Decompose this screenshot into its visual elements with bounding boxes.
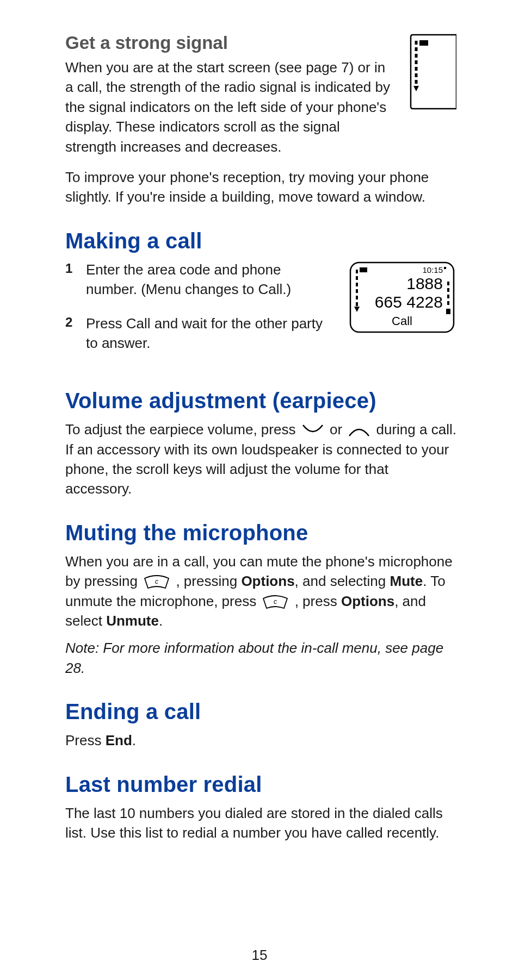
phone-screen-signal-icon <box>407 33 456 114</box>
svg-text:c: c <box>274 598 277 606</box>
making-call-steps: 1 Enter the area code and phone number. … <box>65 260 331 353</box>
svg-rect-8 <box>446 309 450 314</box>
c-key-icon: c <box>262 595 288 609</box>
volume-p1: To adjust the earpiece volume, press or … <box>65 420 456 499</box>
heading-volume: Volume adjustment (earpiece) <box>65 389 456 413</box>
signal-p1: When you are at the start screen (see pa… <box>65 58 391 157</box>
heading-ending: Ending a call <box>65 700 456 724</box>
screen-number-2: 665 4228 <box>375 293 443 311</box>
muting-note: Note: For more information about the in-… <box>65 638 456 678</box>
svg-marker-2 <box>413 86 419 91</box>
step-1: 1 Enter the area code and phone number. … <box>65 260 331 299</box>
step-number: 2 <box>65 315 74 353</box>
screen-time: 10:15 <box>422 265 443 274</box>
heading-signal: Get a strong signal <box>65 33 391 53</box>
heading-muting: Muting the microphone <box>65 521 456 545</box>
svg-rect-0 <box>419 40 428 46</box>
step-text: Enter the area code and phone number. (M… <box>86 260 331 299</box>
making-call-row: 1 Enter the area code and phone number. … <box>65 260 456 367</box>
heading-making-call: Making a call <box>65 229 456 253</box>
screen-softkey: Call <box>392 314 412 328</box>
step-2: 2 Press Call and wait for the other part… <box>65 314 331 353</box>
scroll-up-key-icon <box>348 423 370 438</box>
ending-p1: Press End. <box>65 731 456 750</box>
svg-marker-6 <box>354 307 360 312</box>
svg-text:c: c <box>155 578 158 585</box>
step-number: 1 <box>65 261 74 299</box>
page-number: 15 <box>0 947 519 964</box>
muting-p1: When you are in a call, you can mute the… <box>65 552 456 631</box>
svg-rect-4 <box>360 267 367 272</box>
phone-screen-call-icon: 10:15 1888 665 4228 Call <box>348 260 456 336</box>
svg-rect-9 <box>444 267 446 269</box>
section-signal: Get a strong signal When you are at the … <box>65 33 456 167</box>
manual-page: Get a strong signal When you are at the … <box>0 0 519 980</box>
scroll-down-key-icon <box>302 423 324 438</box>
screen-number-1: 1888 <box>406 274 443 292</box>
heading-redial: Last number redial <box>65 772 456 797</box>
redial-p1: The last 10 numbers you dialed are store… <box>65 803 456 843</box>
step-text: Press Call and wait for the other party … <box>86 314 331 353</box>
signal-p2: To improve your phone's reception, try m… <box>65 167 456 207</box>
c-key-icon: c <box>144 575 170 589</box>
